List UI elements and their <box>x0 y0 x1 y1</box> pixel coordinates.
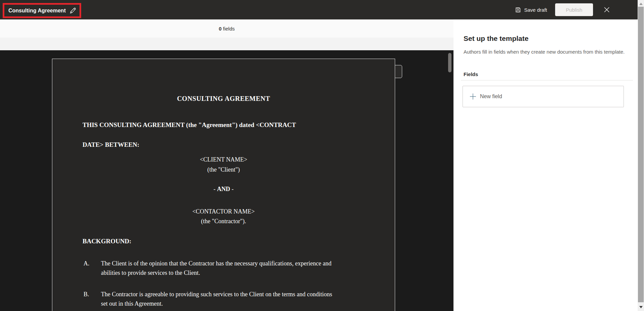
new-field-button[interactable]: New field <box>463 86 624 107</box>
doc-and-post: - <box>230 186 234 192</box>
document-page[interactable]: CONSULTING AGREEMENT THIS CONSULTING AGR… <box>52 59 395 311</box>
doc-item-a-line1: The Client is of the opinion that the Co… <box>101 260 331 267</box>
fields-toolbar: 0 fields <box>0 19 453 38</box>
window-scrollbar[interactable] <box>638 0 644 311</box>
scroll-up-icon[interactable] <box>638 1 644 6</box>
save-draft-button[interactable]: Save draft <box>515 7 547 13</box>
toolbar-sub-strip <box>0 38 453 50</box>
doc-intro-line1: THIS CONSULTING AGREEMENT (the "Agreemen… <box>83 121 296 129</box>
annotation-highlight-box: Consulting Agreement <box>3 3 81 18</box>
doc-item-b-marker: B. <box>84 291 89 298</box>
document-scrollbar-thumb[interactable] <box>448 53 451 72</box>
panel-description: Authors fill in fields when they create … <box>464 48 630 56</box>
panel-divider <box>461 80 633 80</box>
scroll-down-icon[interactable] <box>638 305 644 309</box>
doc-and-bold: AND <box>217 186 230 192</box>
fields-count-number: 0 <box>219 26 221 32</box>
edit-pencil-icon[interactable] <box>68 6 77 15</box>
new-field-label: New field <box>480 94 502 100</box>
doc-background-heading: BACKGROUND: <box>83 238 131 245</box>
doc-item-b-line2: set out in this Agreement. <box>101 300 163 307</box>
window-scrollbar-thumb[interactable] <box>638 7 644 302</box>
template-name[interactable]: Consulting Agreement <box>8 8 66 14</box>
fields-count-label: fields <box>222 26 235 32</box>
setup-panel: Set up the template Authors fill in fiel… <box>453 19 638 311</box>
document-canvas: CONSULTING AGREEMENT THIS CONSULTING AGR… <box>0 50 453 311</box>
save-icon <box>515 7 521 13</box>
doc-intro-line2: DATE> BETWEEN: <box>83 141 139 148</box>
doc-and-pre: - <box>214 186 217 192</box>
publish-button[interactable]: Publish <box>555 3 593 16</box>
doc-item-a-line2: abilities to provide services to the Cli… <box>101 269 200 276</box>
top-bar: Consulting Agreement Save draft Publish <box>0 0 638 19</box>
panel-title: Set up the template <box>464 35 529 43</box>
doc-item-b-line1: The Contractor is agreeable to providing… <box>101 291 332 298</box>
fields-count: 0 fields <box>219 26 235 32</box>
doc-contractor-name: <CONTACTOR NAME> <box>52 208 395 215</box>
doc-title: CONSULTING AGREEMENT <box>52 95 395 103</box>
fields-heading: Fields <box>464 71 478 77</box>
doc-client-name: <CLIENT NAME> <box>52 156 395 163</box>
close-icon[interactable] <box>601 4 612 15</box>
page-side-tab[interactable] <box>395 65 402 78</box>
save-draft-label: Save draft <box>524 7 547 13</box>
plus-icon <box>470 93 476 100</box>
doc-and-line: - AND - <box>52 186 395 193</box>
doc-contractor-sub: (the "Contractor"). <box>52 218 395 225</box>
doc-client-sub: (the "Client") <box>52 166 395 173</box>
doc-item-a-marker: A. <box>84 260 90 267</box>
topbar-actions: Save draft Publish <box>515 0 612 19</box>
